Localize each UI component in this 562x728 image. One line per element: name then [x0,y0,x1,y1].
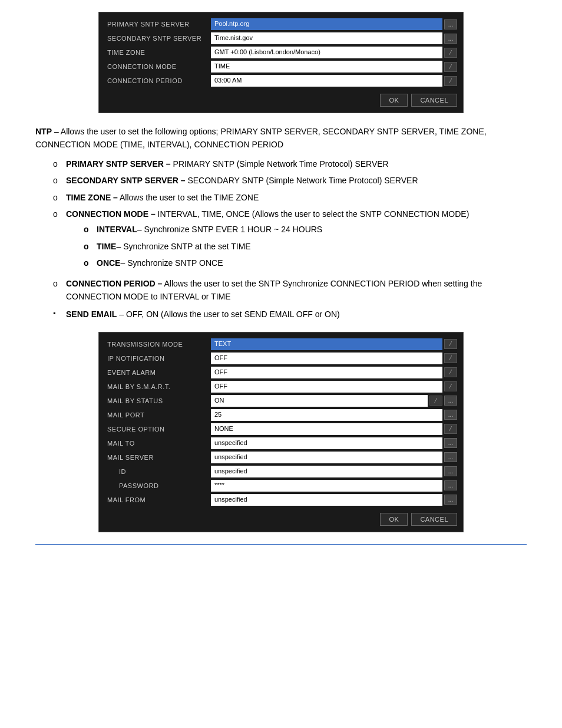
email-action-button[interactable]: ... [444,452,457,462]
email-row-value: ON [211,395,428,407]
ntp-row-label: SECONDARY SNTP SERVER [105,35,211,42]
ntp-row-value: TIME [211,61,442,73]
email-row-label: MAIL SERVER [105,454,211,461]
email-row-value: TEXT [211,338,442,350]
ntp-row: TIME ZONEGMT +0:00 (Lisbon/London/Monaco… [105,47,457,58]
email-row-value: unspecified [211,437,442,449]
list-item: CONNECTION PERIOD – Allows the user to s… [53,277,527,304]
email-row: MAIL TOunspecified... [105,437,457,449]
ntp-description: NTP – Allows the user to set the followi… [35,125,527,321]
list-item: PRIMARY SNTP SERVER – PRIMARY SNTP (Simp… [53,157,527,170]
email-row: MAIL FROMunspecified... [105,494,457,506]
email-row-label: MAIL BY STATUS [105,397,211,404]
email-action-button[interactable]: ... [444,466,457,476]
email-row-value: unspecified [211,452,442,463]
ntp-row-value: 03:00 AM [211,75,442,87]
email-row-value: unspecified [211,494,442,506]
ntp-edit-button[interactable]: ∕ [444,62,457,72]
email-row: MAIL PORT25... [105,409,457,421]
email-action-button[interactable]: ... [444,438,457,448]
email-row-value: NONE [211,423,442,435]
email-row-label: MAIL TO [105,440,211,447]
email-row-value: **** [211,480,442,492]
email-row-label: TRANSMISSION MODE [105,341,211,348]
email-dialog: TRANSMISSION MODETEXT∕IP NOTIFICATIONOFF… [98,332,464,532]
email-row: IDunspecified... [105,466,457,477]
ntp-action-button[interactable]: ... [444,19,457,29]
list-item: CONNECTION MODE – INTERVAL, TIME, ONCE (… [53,207,527,274]
email-row: MAIL BY STATUSON∕... [105,395,457,407]
ntp-dialog: PRIMARY SNTP SERVERPool.ntp.org...SECOND… [98,12,464,113]
email-row-label: PASSWORD [105,482,211,489]
connection-mode-sublist: INTERVAL – Synchronize SNTP EVER 1 HOUR … [84,223,527,269]
list-item: ONCE – Synchronize SNTP ONCE [84,256,527,269]
email-row: MAIL SERVERunspecified... [105,452,457,463]
email-row-value: unspecified [211,466,442,477]
email-edit-button[interactable]: ∕ [444,339,457,349]
ntp-row-label: PRIMARY SNTP SERVER [105,21,211,28]
email-row-label: ID [105,468,211,475]
email-action-button[interactable]: ... [444,396,457,406]
email-row-label: MAIL PORT [105,411,211,419]
email-edit-button[interactable]: ∕ [444,367,457,377]
ntp-footer: OK CANCEL [105,89,457,107]
email-row-value: OFF [211,381,442,393]
email-footer: OK CANCEL [105,508,457,526]
email-edit-button[interactable]: ∕ [429,396,442,406]
ntp-row: CONNECTION PERIOD03:00 AM∕ [105,75,457,87]
email-edit-button[interactable]: ∕ [444,424,457,434]
email-row: PASSWORD****... [105,480,457,492]
ntp-row-value: Time.nist.gov [211,32,442,44]
bottom-divider [35,544,527,545]
email-action-button[interactable]: ... [444,495,457,505]
email-row-label: MAIL BY S.M.A.R.T. [105,383,211,390]
email-row-value: 25 [211,409,442,421]
ntp-row-label: TIME ZONE [105,49,211,56]
email-row-label: IP NOTIFICATION [105,355,211,362]
ntp-bold-label: NTP [35,127,52,136]
ntp-items-list: PRIMARY SNTP SERVER – PRIMARY SNTP (Simp… [53,157,527,321]
email-row-label: EVENT ALARM [105,369,211,376]
email-row: MAIL BY S.M.A.R.T.OFF∕ [105,381,457,393]
ntp-row-value: GMT +0:00 (Lisbon/London/Monaco) [211,47,442,58]
list-item: INTERVAL – Synchronize SNTP EVER 1 HOUR … [84,223,527,236]
ntp-row: CONNECTION MODETIME∕ [105,61,457,73]
email-row-value: OFF [211,353,442,364]
email-edit-button[interactable]: ∕ [444,381,457,391]
ntp-row-value: Pool.ntp.org [211,18,442,30]
list-item: SECONDARY SNTP SERVER – SECONDARY SNTP (… [53,174,527,187]
email-action-button[interactable]: ... [444,410,457,420]
email-action-button[interactable]: ... [444,480,457,490]
ntp-row-label: CONNECTION MODE [105,63,211,70]
ntp-ok-button[interactable]: OK [380,94,408,107]
ntp-row: PRIMARY SNTP SERVERPool.ntp.org... [105,18,457,30]
email-row-label: MAIL FROM [105,496,211,503]
email-ok-button[interactable]: OK [380,513,408,526]
ntp-row: SECONDARY SNTP SERVERTime.nist.gov... [105,32,457,44]
list-item: TIME ZONE – Allows the user to set the T… [53,191,527,204]
list-item-send-email: SEND EMAIL – OFF, ON (Allows the user to… [53,308,527,321]
list-item: TIME – Synchronize SNTP at the set TIME [84,240,527,253]
ntp-edit-button[interactable]: ∕ [444,76,457,86]
ntp-cancel-button[interactable]: CANCEL [411,94,457,107]
ntp-action-button[interactable]: ... [444,34,457,44]
email-cancel-button[interactable]: CANCEL [411,513,457,526]
email-row-value: OFF [211,367,442,378]
email-row-label: SECURE OPTION [105,426,211,433]
email-row: SECURE OPTIONNONE∕ [105,423,457,435]
email-row: TRANSMISSION MODETEXT∕ [105,338,457,350]
ntp-intro-text: NTP – Allows the user to set the followi… [35,125,527,151]
email-row: IP NOTIFICATIONOFF∕ [105,353,457,364]
email-edit-button[interactable]: ∕ [444,353,457,363]
ntp-edit-button[interactable]: ∕ [444,48,457,58]
ntp-row-label: CONNECTION PERIOD [105,77,211,84]
email-row: EVENT ALARMOFF∕ [105,367,457,378]
